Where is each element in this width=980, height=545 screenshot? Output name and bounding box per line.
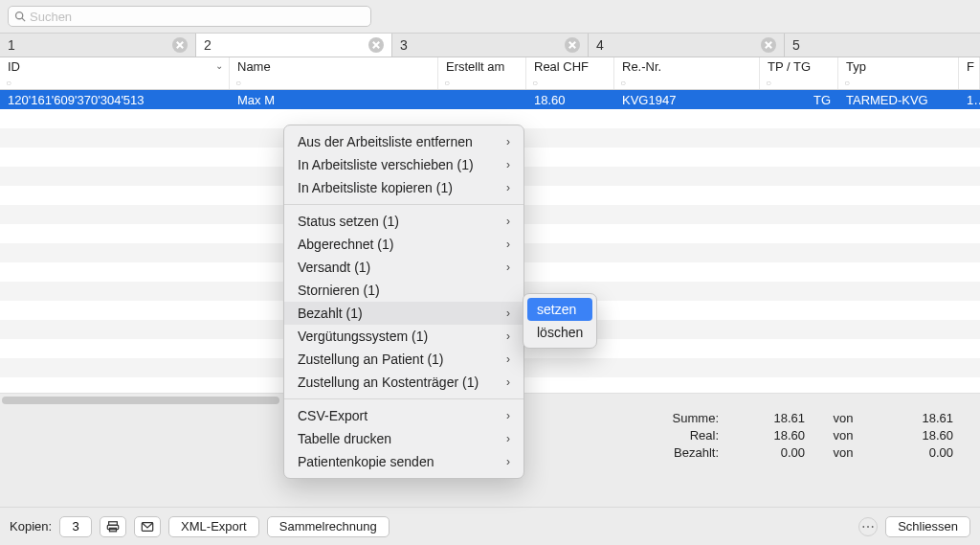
bottom-toolbar: Kopien: XML-Export Sammelrechnung ⋯ Schl…: [0, 507, 980, 545]
col-label: Typ: [846, 59, 950, 75]
filter-dot-icon: ○: [235, 78, 241, 88]
filter-dot-icon: ○: [6, 78, 11, 88]
menu-item[interactable]: Aus der Arbeitsliste entfernen›: [284, 130, 523, 153]
table-header: ID ⌄ ○ Name ○ Erstellt am ○ Real CHF ○ R…: [0, 57, 980, 90]
sum-total: 0.00: [881, 444, 953, 462]
chevron-right-icon: ›: [506, 236, 510, 253]
col-f[interactable]: F: [959, 57, 980, 89]
scrollbar-thumb[interactable]: [2, 397, 279, 404]
chevron-right-icon: ›: [506, 259, 510, 276]
col-label: TP / TG: [768, 59, 830, 75]
worklist-tab-5[interactable]: 5: [785, 34, 980, 57]
chevron-right-icon: ›: [506, 351, 510, 368]
sum-value: 0.00: [719, 444, 805, 462]
menu-item[interactable]: Versandt (1)›: [284, 256, 523, 279]
worklist-tab-label: 5: [792, 37, 972, 53]
menu-item[interactable]: Zustellung an Patient (1)›: [284, 348, 523, 371]
menu-item-label: Zustellung an Kostenträger (1): [298, 374, 479, 391]
col-real[interactable]: Real CHF ○: [526, 57, 614, 89]
worklist-tabs: 1 2 3 4 5: [0, 33, 980, 57]
worklist-tab-4[interactable]: 4: [589, 34, 785, 57]
print-button[interactable]: [100, 516, 126, 537]
mail-button[interactable]: [134, 516, 161, 537]
menu-item[interactable]: Status setzen (1)›: [284, 210, 523, 233]
menu-item[interactable]: In Arbeitsliste kopieren (1)›: [284, 176, 523, 199]
sum-label: Real:: [556, 427, 719, 444]
menu-item[interactable]: CSV-Export›: [284, 404, 523, 427]
worklist-tab-label: 1: [8, 37, 172, 53]
menu-item[interactable]: Zustellung an Kostenträger (1)›: [284, 371, 523, 394]
sum-von: von: [805, 410, 881, 427]
menu-item-label: Abgerechnet (1): [298, 236, 393, 253]
filter-dot-icon: ○: [766, 78, 771, 88]
menu-item-label: In Arbeitsliste verschieben (1): [298, 156, 474, 173]
menu-item-label: Stornieren (1): [298, 282, 380, 299]
cell-f: 1: [959, 93, 980, 107]
col-label: Re.-Nr.: [622, 59, 751, 75]
filter-dot-icon: ○: [620, 78, 626, 88]
menu-item-label: In Arbeitsliste kopieren (1): [298, 179, 453, 196]
menu-item[interactable]: Patientenkopie senden›: [284, 450, 523, 473]
chevron-right-icon: ›: [506, 179, 510, 196]
printer-icon: [106, 520, 120, 534]
close-button[interactable]: Schliessen: [885, 516, 970, 537]
clear-icon[interactable]: [368, 37, 384, 53]
menu-item-label: CSV-Export: [298, 407, 368, 424]
mail-icon: [141, 520, 154, 534]
worklist-tab-3[interactable]: 3: [392, 34, 589, 57]
menu-item[interactable]: Abgerechnet (1)›: [284, 233, 523, 256]
menu-item[interactable]: Bezahlt (1)›: [284, 302, 523, 325]
col-erstellt[interactable]: Erstellt am ○: [438, 57, 526, 89]
chevron-right-icon: ›: [506, 328, 510, 345]
menu-separator: [284, 398, 523, 399]
copies-label: Kopien:: [10, 519, 52, 534]
chevron-right-icon: ›: [506, 156, 510, 173]
sum-value: 18.61: [719, 410, 805, 427]
submenu-item[interactable]: setzen: [527, 298, 592, 321]
submenu-item[interactable]: löschen: [527, 321, 592, 344]
chevron-right-icon: ›: [506, 407, 510, 424]
col-name[interactable]: Name ○: [230, 57, 438, 89]
menu-item-label: Aus der Arbeitsliste entfernen: [298, 133, 473, 150]
chevron-right-icon: ›: [506, 453, 510, 470]
cell-real: 18.60: [526, 93, 614, 107]
col-tptg[interactable]: TP / TG ○: [760, 57, 838, 89]
col-label: Name: [237, 59, 430, 75]
menu-item-label: Bezahlt (1): [298, 305, 363, 322]
svg-point-0: [16, 12, 23, 19]
filter-dot-icon: ○: [444, 78, 450, 88]
menu-item[interactable]: Vergütungssystem (1)›: [284, 325, 523, 348]
cell-tptg: TG: [760, 93, 838, 107]
sum-total: 18.61: [881, 410, 953, 427]
cell-id: 120'161'609'370'304'513: [0, 93, 230, 107]
clear-icon[interactable]: [565, 37, 580, 53]
col-typ[interactable]: Typ ○: [838, 57, 959, 89]
cell-renr: KVG1947: [614, 93, 760, 107]
clear-icon[interactable]: [761, 37, 776, 53]
search-field[interactable]: [8, 6, 371, 27]
menu-separator: [284, 204, 523, 205]
col-label: F: [967, 59, 971, 75]
sum-label: Bezahlt:: [556, 444, 719, 462]
menu-item[interactable]: Stornieren (1): [284, 279, 523, 302]
col-renr[interactable]: Re.-Nr. ○: [614, 57, 760, 89]
xml-export-button[interactable]: XML-Export: [168, 516, 259, 537]
worklist-tab-1[interactable]: 1: [0, 34, 196, 57]
chevron-right-icon: ›: [506, 133, 510, 150]
col-id[interactable]: ID ⌄ ○: [0, 57, 230, 89]
menu-item-label: Vergütungssystem (1): [298, 328, 428, 345]
sammelrechnung-button[interactable]: Sammelrechnung: [267, 516, 390, 537]
table-row[interactable]: 120'161'609'370'304'513 Max M 18.60 KVG1…: [0, 90, 980, 109]
more-options-button[interactable]: ⋯: [858, 517, 878, 536]
chevron-right-icon: ›: [506, 430, 510, 447]
menu-item[interactable]: Tabelle drucken›: [284, 427, 523, 450]
copies-input[interactable]: [59, 516, 92, 537]
search-input[interactable]: [30, 10, 365, 24]
menu-item-label: Status setzen (1): [298, 213, 399, 230]
context-submenu: setzenlöschen: [523, 293, 597, 349]
sum-total: 18.60: [881, 427, 953, 444]
worklist-tab-2[interactable]: 2: [196, 34, 392, 57]
menu-item[interactable]: In Arbeitsliste verschieben (1)›: [284, 153, 523, 176]
col-label: ID: [8, 59, 221, 75]
clear-icon[interactable]: [172, 37, 188, 53]
